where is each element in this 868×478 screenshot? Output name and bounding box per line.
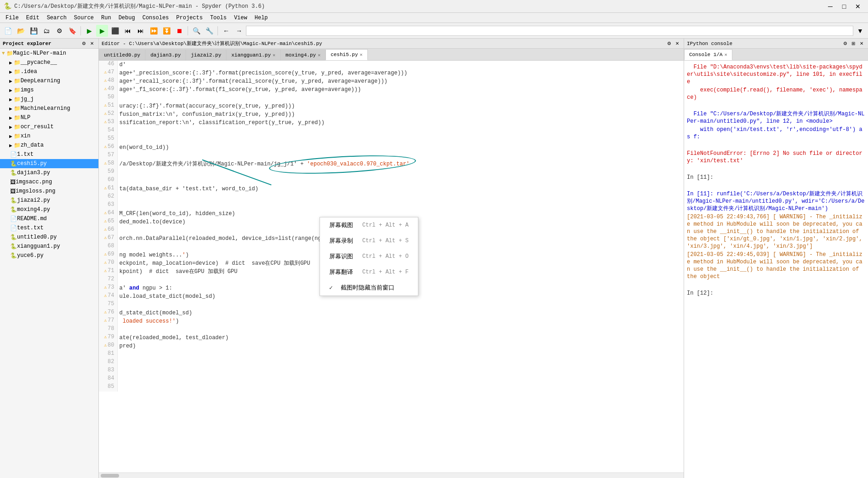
tree-zh[interactable]: ▶ 📁 zh_data [0,141,98,150]
menu-edit[interactable]: Edit [23,13,43,23]
find-btn[interactable]: 🔍 [190,25,202,37]
tab-jiazai2[interactable]: jiazai2.py [186,49,226,60]
tree-yuce6[interactable]: 🐍 yuce6.py [0,251,98,260]
line-content[interactable] [117,127,684,135]
line-content[interactable]: age+'_precision_score:{:.3f}'.format(pre… [117,69,684,77]
tree-idea[interactable]: ▶ 📁 .idea [0,67,98,76]
close-button[interactable]: ✕ [851,2,864,11]
tree-xin[interactable]: ▶ 📁 xin [0,131,98,141]
line-content[interactable] [117,94,684,102]
line-content[interactable]: /a/Desktop/新建文件夹/计算机识别/Magic-NLPer-main/… [117,160,684,168]
line-content[interactable]: ta(data_base_dir + 'test.txt', word_to_i… [117,185,684,193]
menu-search[interactable]: Search [43,13,70,23]
ctx-record[interactable]: 屏幕录制 Ctrl + Alt + S [320,233,418,249]
tree-moxing4[interactable]: 🐍 moxing4.py [0,205,98,214]
debug-btn[interactable]: ⬛ [109,25,121,37]
tree-pycache[interactable]: ▶ 📁 __pycache__ [0,58,98,67]
tree-ceshi5[interactable]: 🐍 ceshi5.py [0,159,98,168]
save-btn[interactable]: 💾 [28,25,40,37]
line-content[interactable] [117,375,684,383]
tab-ceshi5[interactable]: ceshi5.py ✕ [326,49,367,60]
menu-source[interactable]: Source [70,13,97,23]
console-tab-1-close[interactable]: ✕ [725,52,727,57]
editor-hscrollbar[interactable] [99,472,684,478]
ctx-ocr[interactable]: 屏幕识图 Ctrl + Alt + O [320,249,418,264]
spyder-btn[interactable]: 🔧 [203,25,215,37]
stop-btn[interactable]: ⏹ [173,25,185,37]
continue-btn[interactable]: ⏬ [160,25,172,37]
console-gear-btn[interactable]: ⚙ [841,40,849,47]
tree-imgsacc[interactable]: 🖼 imgsacc.png [0,177,98,187]
console-split-btn[interactable]: ⊞ [850,40,857,47]
menu-tools[interactable]: Tools [206,13,230,23]
line-content[interactable] [117,383,684,392]
ctx-hide-window[interactable]: ✓ 截图时隐藏当前窗口 [320,280,418,296]
tab-xiangguan1-close[interactable]: ✕ [273,52,275,58]
menu-view[interactable]: View [230,13,251,23]
line-content[interactable] [117,135,684,143]
panel-close-btn[interactable]: ✕ [88,40,96,47]
tab-moxing4[interactable]: moxing4.py ✕ [280,49,326,60]
menu-debug[interactable]: Debug [115,13,139,23]
menu-file[interactable]: File [2,13,23,23]
new-file-btn[interactable]: 📄 [2,25,14,37]
run-cell-btn[interactable]: ▶ [96,25,108,37]
tab-dajian3[interactable]: dajian3.py [145,49,186,60]
line-content[interactable]: en(word_to_id)) [117,143,684,152]
editor-close-btn[interactable]: ✕ [674,40,681,47]
tree-nlp[interactable]: ▶ 📁 NLP [0,113,98,122]
save-all-btn[interactable]: 🗂 [40,25,52,37]
line-content[interactable] [117,152,684,160]
menu-projects[interactable]: Projects [172,13,206,23]
run-btn[interactable]: ▶ [83,25,95,37]
tree-imgsloss[interactable]: 🖼 imgsloss.png [0,187,98,196]
line-content[interactable]: ate(reloaded_model, test_dloader) [117,334,684,342]
path-input[interactable]: C:\Users\a\Desktop\新建文件夹\计算机识别\Magic-NLP… [246,26,853,36]
tree-readme[interactable]: 📄 README.md [0,214,98,223]
tree-imgs[interactable]: ▶ 📁 imgs [0,85,98,95]
tab-untitled0[interactable]: untitled0.py [99,49,145,60]
tree-xiangguan1[interactable]: 🐍 xiangguan1.py [0,242,98,251]
line-content[interactable]: ssification_report:\n', classification_r… [117,119,684,127]
line-content[interactable] [117,176,684,185]
line-content[interactable] [117,201,684,210]
tree-ml[interactable]: ▶ 📁 MachineLearning [0,104,98,113]
line-content[interactable]: d_state_dict(model_sd) [117,309,684,317]
step-out-btn[interactable]: ⏩ [148,25,160,37]
step-into-btn[interactable]: ⏭ [135,25,147,37]
line-content[interactable]: loaded success!') [117,317,684,325]
tree-testtxt[interactable]: 📄 test.txt [0,223,98,233]
menu-help[interactable]: Help [251,13,272,23]
line-content[interactable] [117,301,684,309]
line-content[interactable]: uracy:{:.3f}'.format(accuracy_score(y_tr… [117,102,684,110]
line-content[interactable] [117,193,684,201]
tree-ocr[interactable]: ▶ 📁 ocr_result [0,122,98,131]
tree-jiazai2[interactable]: 🐍 jiazai2.py [0,196,98,205]
console-output[interactable]: File "D:\Anaconda3\envs\test\lib\site-pa… [684,61,868,478]
line-content[interactable] [117,358,684,367]
forward-btn[interactable]: → [233,25,245,37]
preferences-btn[interactable]: ⚙ [53,25,65,37]
hscroll-thumb[interactable] [101,474,119,478]
line-content[interactable]: fusion_matrix:\n', confusion_matrix(y_tr… [117,110,684,119]
ctx-translate[interactable]: 屏幕翻译 Ctrl + Alt + F [320,264,418,280]
tree-root[interactable]: ▼ 📁 Magic-NLPer-main [0,49,98,58]
tab-moxing4-close[interactable]: ✕ [318,52,320,58]
tree-deeplearning[interactable]: ▶ 📁 DeepLearning [0,76,98,85]
tab-xiangguan1[interactable]: xiangguan1.py ✕ [226,49,280,60]
line-content[interactable]: age+'_f1_score:{:.3f}'.format(f1_score(y… [117,85,684,94]
bookmark-btn[interactable]: 🔖 [66,25,78,37]
console-tab-1[interactable]: Console 1/A ✕ [684,49,732,60]
ctx-screenshot[interactable]: 屏幕截图 Ctrl + Alt + A [320,217,418,233]
tree-dajian3[interactable]: 🐍 dajian3.py [0,168,98,177]
tree-jg-j[interactable]: ▶ 📁 jg_j [0,95,98,104]
line-content[interactable]: pred) [117,342,684,350]
path-go-btn[interactable]: ▼ [854,25,866,37]
back-btn[interactable]: ← [220,25,232,37]
console-close-btn[interactable]: ✕ [858,40,865,47]
line-content[interactable] [117,325,684,334]
line-content[interactable]: age+'_recall_score:{:.3f}'.format(recall… [117,77,684,85]
line-content[interactable] [117,168,684,176]
panel-gear-btn[interactable]: ⚙ [80,40,87,47]
open-file-btn[interactable]: 📂 [15,25,27,37]
